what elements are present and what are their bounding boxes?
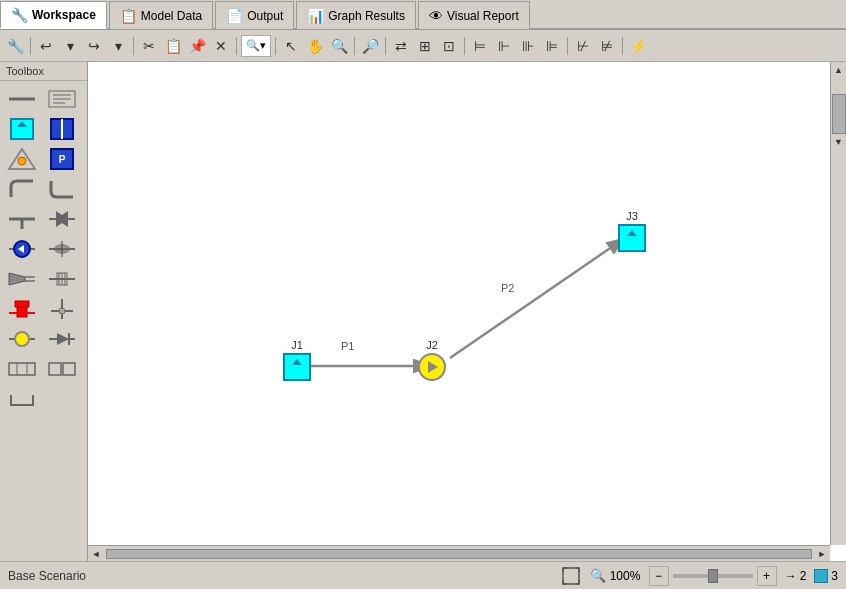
zoom-slider[interactable] xyxy=(673,574,753,578)
svg-rect-54 xyxy=(563,568,579,584)
arrange-button[interactable]: ⊞ xyxy=(414,35,436,57)
connect-button[interactable]: ⇄ xyxy=(390,35,412,57)
dimension-button[interactable]: ⊭ xyxy=(596,35,618,57)
tool-triangle[interactable] xyxy=(4,145,40,173)
tab-output-label: Output xyxy=(247,9,283,23)
svg-rect-50 xyxy=(63,363,75,375)
svg-rect-46 xyxy=(9,363,35,375)
new-button[interactable]: 🔧 xyxy=(4,35,26,57)
diagram-svg xyxy=(88,62,830,545)
select-button[interactable]: ↖ xyxy=(280,35,302,57)
svg-rect-49 xyxy=(49,363,61,375)
tool-gate-valve[interactable] xyxy=(44,205,80,233)
scroll-left[interactable]: ◄ xyxy=(88,546,104,561)
align-left-button[interactable]: ⊨ xyxy=(469,35,491,57)
pipe-P1-label: P1 xyxy=(341,340,354,352)
toolbar: 🔧 ↩ ▾ ↪ ▾ ✂ 📋 📌 ✕ 🔍▾ ↖ ✋ 🔍 🔎 ⇄ ⊞ ⊡ ⊨ ⊩ ⊪… xyxy=(0,30,846,62)
tab-model-data[interactable]: 📋 Model Data xyxy=(109,1,213,29)
tool-pressure[interactable]: P xyxy=(44,145,80,173)
sep1 xyxy=(30,37,31,55)
scroll-right[interactable]: ► xyxy=(814,546,830,561)
pipe-arrow-icon: → xyxy=(785,569,797,583)
tool-butterfly[interactable] xyxy=(44,235,80,263)
tool-reducer[interactable] xyxy=(4,265,40,293)
zoom-slider-thumb[interactable] xyxy=(708,569,718,583)
tool-connector[interactable] xyxy=(44,355,80,383)
tool-sprinkler[interactable] xyxy=(44,295,80,323)
node-J1-box[interactable] xyxy=(283,353,311,381)
tool-check-valve[interactable] xyxy=(44,325,80,353)
tool-bend1[interactable] xyxy=(4,175,40,203)
tool-tray[interactable] xyxy=(4,385,40,413)
horizontal-scrollbar[interactable]: ◄ ► xyxy=(88,545,830,561)
node-J2-pump[interactable] xyxy=(418,353,446,381)
scroll-up[interactable]: ▲ xyxy=(831,62,846,78)
svg-point-10 xyxy=(18,157,26,165)
tab-graph-results[interactable]: 📊 Graph Results xyxy=(296,1,416,29)
sep9 xyxy=(622,37,623,55)
junction-icon xyxy=(814,569,828,583)
align-button[interactable]: ⊩ xyxy=(493,35,515,57)
node-J3-label: J3 xyxy=(626,210,638,222)
zoom-minus-btn[interactable]: − xyxy=(649,566,669,586)
node-J1[interactable]: J1 xyxy=(283,339,311,381)
node-J3-box[interactable] xyxy=(618,224,646,252)
sep5 xyxy=(354,37,355,55)
cut-button[interactable]: ✂ xyxy=(138,35,160,57)
space-button[interactable]: ⊫ xyxy=(541,35,563,57)
fit-view-icon[interactable] xyxy=(560,565,582,587)
pan-button[interactable]: ✋ xyxy=(304,35,326,57)
toolbox-panel: Toolbox P xyxy=(0,62,88,561)
tool-tee[interactable] xyxy=(4,205,40,233)
canvas-area[interactable]: J1 P1 J2 P2 J3 xyxy=(88,62,846,561)
visual-report-icon: 👁 xyxy=(429,8,443,24)
main-layout: Toolbox P xyxy=(0,62,846,561)
tool-strainer[interactable] xyxy=(44,265,80,293)
svg-point-42 xyxy=(15,332,29,346)
zoom-controls: 🔍 100% − + xyxy=(590,566,777,586)
scroll-down[interactable]: ▼ xyxy=(831,134,846,150)
fit-button[interactable]: ⊡ xyxy=(438,35,460,57)
zoom-dropdown[interactable]: 🔍▾ xyxy=(241,35,271,57)
junction-count: 3 xyxy=(814,569,838,583)
workspace-icon: 🔧 xyxy=(11,7,28,23)
tab-output[interactable]: 📄 Output xyxy=(215,1,294,29)
svg-marker-25 xyxy=(9,273,25,285)
undo-arrow[interactable]: ▾ xyxy=(59,35,81,57)
tool-pump[interactable] xyxy=(4,235,40,263)
tool-valve[interactable] xyxy=(44,115,80,143)
zoom-icon: 🔍 xyxy=(590,568,606,583)
vertical-scrollbar[interactable]: ▲ ▼ xyxy=(830,62,846,545)
delete-button[interactable]: ✕ xyxy=(210,35,232,57)
distribute-button[interactable]: ⊪ xyxy=(517,35,539,57)
tool-pipe[interactable] xyxy=(4,85,40,113)
node-J2[interactable]: J2 xyxy=(418,339,446,381)
tab-workspace[interactable]: 🔧 Workspace xyxy=(0,1,107,29)
node-J3[interactable]: J3 xyxy=(618,210,646,252)
paste-button[interactable]: 📌 xyxy=(186,35,208,57)
tool-pump-small[interactable] xyxy=(4,325,40,353)
tab-visual-report[interactable]: 👁 Visual Report xyxy=(418,1,530,29)
tool-fire-hydrant[interactable] xyxy=(4,295,40,323)
scroll-thumb-v[interactable] xyxy=(832,94,846,134)
redo-arrow[interactable]: ▾ xyxy=(107,35,129,57)
zoom-in-button[interactable]: 🔍 xyxy=(328,35,350,57)
find-button[interactable]: 🔎 xyxy=(359,35,381,57)
svg-marker-53 xyxy=(428,361,438,373)
copy-button[interactable]: 📋 xyxy=(162,35,184,57)
redo-button[interactable]: ↪ xyxy=(83,35,105,57)
tab-bar: 🔧 Workspace 📋 Model Data 📄 Output 📊 Grap… xyxy=(0,0,846,30)
svg-line-52 xyxy=(450,240,622,358)
run-button[interactable]: ⚡ xyxy=(627,35,649,57)
tool-bend2[interactable] xyxy=(44,175,80,203)
tab-visual-report-label: Visual Report xyxy=(447,9,519,23)
undo-button[interactable]: ↩ xyxy=(35,35,57,57)
pipe-count: → 2 xyxy=(785,569,807,583)
zoom-plus-btn[interactable]: + xyxy=(757,566,777,586)
tool-junction[interactable] xyxy=(4,115,40,143)
tool-meter[interactable] xyxy=(4,355,40,383)
status-right: 🔍 100% − + → 2 3 xyxy=(560,565,838,587)
tool-text[interactable] xyxy=(44,85,80,113)
junction-count-value: 3 xyxy=(831,569,838,583)
annotation-button[interactable]: ⊬ xyxy=(572,35,594,57)
